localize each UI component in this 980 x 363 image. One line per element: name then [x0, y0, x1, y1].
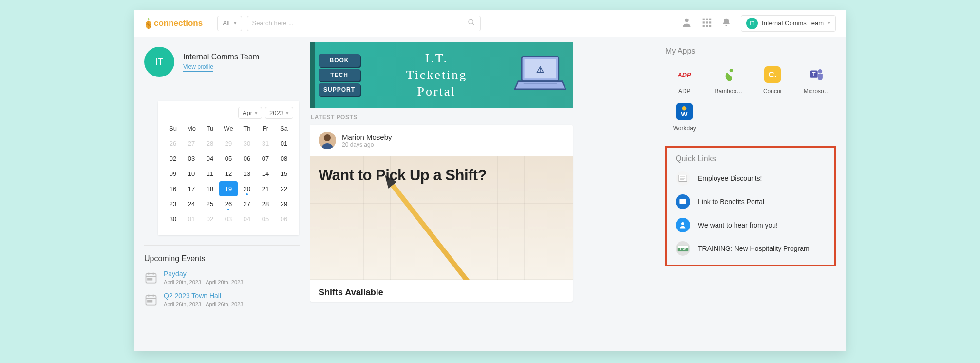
left-column: IT Internal Comms Team View profile Apr▾…	[134, 37, 310, 351]
center-column: BOOK TECH SUPPORT I.T. Ticketing Portal …	[310, 37, 665, 351]
calendar-day[interactable]: 04	[238, 211, 256, 227]
search-input[interactable]	[252, 19, 468, 27]
quick-link[interactable]: We want to hear from you!	[676, 218, 826, 232]
calendar-day[interactable]: 10	[182, 166, 201, 181]
calendar-day[interactable]: 19	[219, 181, 238, 196]
app-adp[interactable]: ADP ADP	[665, 66, 704, 95]
calendar-day[interactable]: 11	[201, 166, 219, 181]
calendar-day[interactable]: 18	[201, 181, 219, 196]
it-ticketing-banner[interactable]: BOOK TECH SUPPORT I.T. Ticketing Portal …	[310, 42, 573, 108]
calendar-day[interactable]: 13	[238, 166, 256, 181]
svg-text:EW: EW	[680, 248, 686, 251]
quick-link-label: Link to Benefits Portal	[698, 198, 764, 206]
calendar-day[interactable]: 20	[238, 181, 256, 196]
calendar-day[interactable]: 05	[219, 151, 238, 166]
app-workday[interactable]: W Workday	[665, 103, 704, 132]
user-avatar: IT	[746, 18, 758, 29]
logo[interactable]: connections	[144, 17, 203, 30]
bell-icon[interactable]	[721, 18, 731, 29]
calendar-day[interactable]: 17	[182, 181, 201, 196]
calendar-day[interactable]: 28	[201, 136, 219, 151]
chevron-down-icon: ▾	[234, 20, 237, 26]
post-title: Shifts Available	[319, 287, 564, 298]
app-label: Concur	[763, 88, 782, 95]
quick-links-title: Quick Links	[676, 154, 826, 163]
category-filter[interactable]: All ▾	[217, 16, 242, 31]
banner-block: SUPPORT	[319, 83, 360, 96]
calendar-day[interactable]: 02	[201, 211, 219, 227]
laptop-icon: ⚠	[513, 53, 567, 97]
svg-text:W: W	[681, 111, 688, 118]
calendar-day[interactable]: 08	[275, 151, 293, 166]
calendar-day[interactable]: 29	[275, 196, 293, 211]
calendar-day[interactable]: 27	[182, 136, 201, 151]
calendar-day[interactable]: 16	[164, 181, 182, 196]
quick-link[interactable]: EW TRAINING: New Hospitality Program	[676, 241, 826, 256]
month-select[interactable]: Apr▾	[238, 107, 262, 119]
year-select[interactable]: 2023▾	[265, 107, 293, 119]
calendar-day[interactable]: 24	[182, 196, 201, 211]
calendar-day[interactable]: 26	[164, 136, 182, 151]
svg-rect-6	[709, 18, 711, 20]
calendar-day[interactable]: 06	[238, 151, 256, 166]
svg-rect-45	[679, 199, 686, 204]
calendar-day[interactable]: 03	[219, 211, 238, 227]
calendar-day[interactable]: 30	[238, 136, 256, 151]
calendar-day[interactable]: 28	[256, 196, 275, 211]
svg-text:⚠: ⚠	[536, 65, 544, 75]
app-window: connections All ▾ IT Internal Co	[134, 10, 846, 351]
calendar-dow: Sa	[275, 121, 293, 136]
svg-rect-8	[706, 21, 708, 23]
calendar-day[interactable]: 03	[182, 151, 201, 166]
app-teams[interactable]: T Microso…	[798, 66, 836, 95]
calendar-day[interactable]: 02	[164, 151, 182, 166]
svg-rect-23	[148, 300, 150, 302]
calendar-day[interactable]: 22	[275, 181, 293, 196]
calendar-grid: SuMoTuWeThFrSa26272829303101020304050607…	[164, 121, 293, 227]
user-icon[interactable]	[681, 17, 692, 30]
svg-rect-9	[709, 21, 711, 23]
quick-link-icon	[676, 194, 690, 209]
event-date: April 20th, 2023 - April 20th, 2023	[164, 279, 243, 285]
calendar-day[interactable]: 09	[164, 166, 182, 181]
calendar-day[interactable]: 15	[275, 166, 293, 181]
calendar-day[interactable]: 05	[256, 211, 275, 227]
calendar-dow: Th	[238, 121, 256, 136]
calendar-day[interactable]: 29	[219, 136, 238, 151]
quick-link[interactable]: Employee Discounts!	[676, 171, 826, 186]
calendar-day[interactable]: 23	[164, 196, 182, 211]
post-time: 20 days ago	[342, 141, 392, 148]
quick-link[interactable]: Link to Benefits Portal	[676, 194, 826, 209]
post-author-avatar[interactable]	[319, 132, 336, 149]
app-bamboo[interactable]: Bamboo…	[710, 66, 748, 95]
search-icon[interactable]	[468, 19, 475, 28]
search-box[interactable]	[247, 16, 481, 31]
user-menu[interactable]: IT Internal Comms Team ▾	[741, 15, 836, 32]
calendar-day[interactable]: 01	[182, 211, 201, 227]
calendar-day[interactable]: 04	[201, 151, 219, 166]
calendar-day[interactable]: 31	[256, 136, 275, 151]
calendar-dow: We	[219, 121, 238, 136]
svg-rect-17	[148, 278, 150, 280]
event-title[interactable]: Q2 2023 Town Hall	[164, 292, 243, 300]
calendar-day[interactable]: 30	[164, 211, 182, 227]
pineapple-icon	[144, 17, 153, 30]
calendar-day[interactable]: 06	[275, 211, 293, 227]
calendar-day[interactable]: 21	[256, 181, 275, 196]
view-profile-link[interactable]: View profile	[183, 63, 213, 72]
post-author[interactable]: Marion Moseby	[342, 133, 392, 141]
calendar-day[interactable]: 26	[219, 196, 238, 211]
calendar-day[interactable]: 01	[275, 136, 293, 151]
post-image[interactable]: Want to Pick Up a Shift?	[310, 156, 573, 280]
calendar-day[interactable]: 14	[256, 166, 275, 181]
svg-point-46	[681, 222, 684, 225]
calendar-day[interactable]: 27	[238, 196, 256, 211]
calendar-day[interactable]: 12	[219, 166, 238, 181]
profile-name: Internal Comms Team	[183, 53, 259, 61]
calendar-day[interactable]: 25	[201, 196, 219, 211]
header: connections All ▾ IT Internal Co	[134, 10, 846, 37]
event-title[interactable]: Payday	[164, 270, 243, 278]
app-concur[interactable]: C. Concur	[754, 66, 792, 95]
apps-grid-icon[interactable]	[702, 18, 712, 29]
calendar-day[interactable]: 07	[256, 151, 275, 166]
